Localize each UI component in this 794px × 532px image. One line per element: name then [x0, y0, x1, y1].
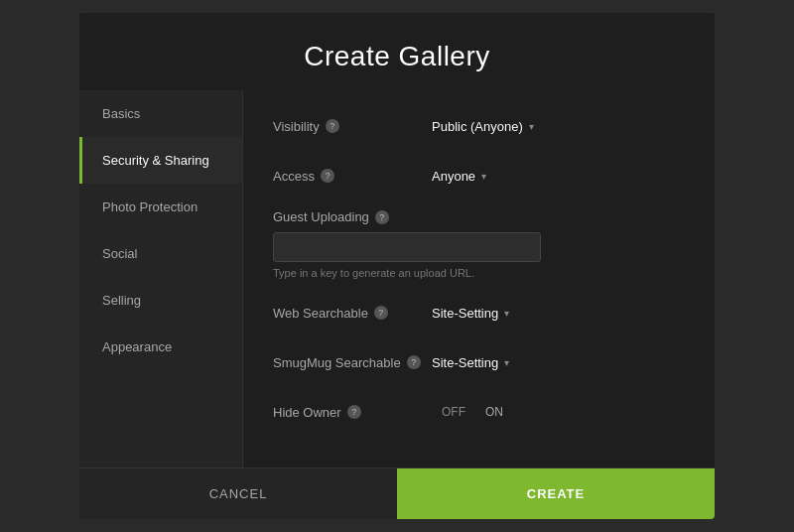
sidebar-item-security-sharing[interactable]: Security & Sharing [79, 137, 242, 184]
sidebar-item-appearance[interactable]: Appearance [79, 324, 242, 370]
guest-uploading-label: Guest Uploading ? [273, 209, 685, 224]
hide-owner-row: Hide Owner ? OFF ON [273, 396, 685, 428]
access-label: Access ? [273, 169, 432, 184]
visibility-value[interactable]: Public (Anyone) ▾ [432, 119, 534, 134]
visibility-label: Visibility ? [273, 119, 432, 134]
create-button[interactable]: CREATE [397, 468, 715, 519]
web-searchable-value[interactable]: Site-Setting ▾ [432, 306, 509, 321]
guest-uploading-input[interactable] [273, 232, 541, 262]
guest-input-wrapper [273, 232, 541, 262]
smugmug-searchable-value[interactable]: Site-Setting ▾ [432, 355, 509, 370]
sidebar-item-basics[interactable]: Basics [79, 90, 242, 137]
access-chevron-icon: ▾ [481, 171, 486, 182]
guest-uploading-block: Guest Uploading ? Type in a key to gener… [273, 209, 685, 279]
web-searchable-chevron-icon: ▾ [504, 308, 509, 319]
hide-owner-toggle[interactable]: OFF ON [432, 402, 513, 422]
modal-body: Basics Security & Sharing Photo Protecti… [79, 90, 715, 467]
access-value[interactable]: Anyone ▾ [432, 169, 486, 184]
cancel-button[interactable]: CANCEL [79, 468, 397, 519]
hide-owner-label: Hide Owner ? [273, 405, 432, 420]
sidebar-item-photo-protection[interactable]: Photo Protection [79, 184, 242, 230]
smugmug-searchable-label: SmugMug Searchable ? [273, 355, 432, 370]
access-row: Access ? Anyone ▾ [273, 160, 685, 192]
sidebar: Basics Security & Sharing Photo Protecti… [79, 90, 243, 467]
visibility-help-icon[interactable]: ? [326, 119, 339, 133]
content-area: Visibility ? Public (Anyone) ▾ Access ? … [243, 90, 715, 467]
modal-title: Create Gallery [79, 13, 715, 90]
web-searchable-help-icon[interactable]: ? [374, 306, 388, 320]
hide-owner-on[interactable]: ON [475, 402, 513, 422]
modal-container: Create Gallery Basics Security & Sharing… [79, 13, 715, 519]
hide-owner-help-icon[interactable]: ? [347, 405, 361, 419]
guest-uploading-hint: Type in a key to generate an upload URL. [273, 267, 685, 279]
web-searchable-row: Web Searchable ? Site-Setting ▾ [273, 297, 685, 329]
sidebar-item-social[interactable]: Social [79, 230, 242, 277]
web-searchable-label: Web Searchable ? [273, 306, 432, 321]
sidebar-item-selling[interactable]: Selling [79, 277, 242, 324]
modal-footer: CANCEL CREATE [79, 467, 715, 519]
visibility-row: Visibility ? Public (Anyone) ▾ [273, 110, 685, 142]
hide-owner-off[interactable]: OFF [432, 402, 475, 422]
guest-uploading-help-icon[interactable]: ? [375, 210, 389, 224]
smugmug-searchable-chevron-icon: ▾ [504, 357, 509, 368]
smugmug-searchable-row: SmugMug Searchable ? Site-Setting ▾ [273, 346, 685, 378]
access-help-icon[interactable]: ? [321, 169, 334, 183]
smugmug-searchable-help-icon[interactable]: ? [407, 355, 421, 369]
visibility-chevron-icon: ▾ [529, 121, 534, 132]
